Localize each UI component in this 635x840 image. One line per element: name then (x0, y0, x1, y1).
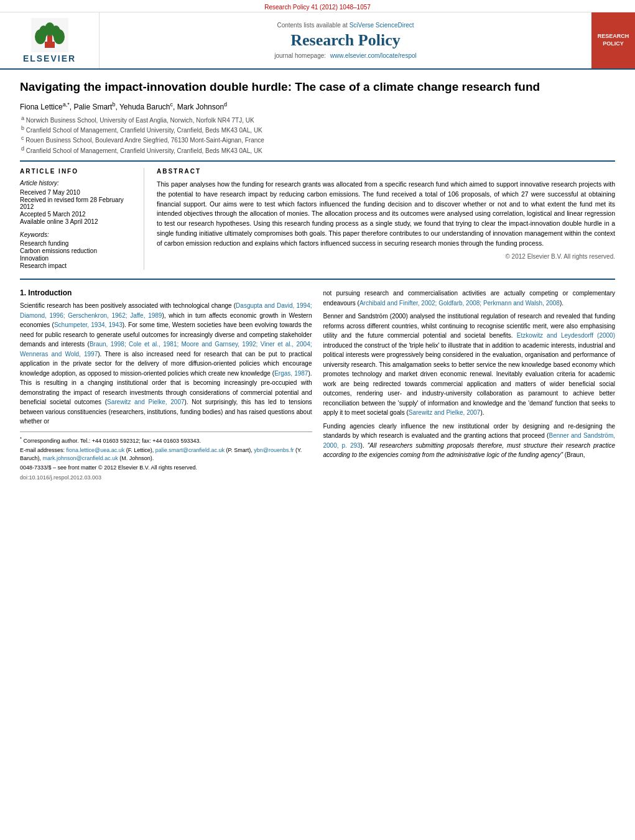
journal-citation: Research Policy 41 (2012) 1048–1057 (264, 4, 371, 11)
footnote-2: E-mail addresses: fiona.lettice@uea.ac.u… (20, 446, 312, 462)
keyword-3: Innovation (20, 255, 135, 262)
ref-sarewitz2[interactable]: Sarewitz and Pielke, 2007 (409, 409, 481, 416)
intro-right-para-3: Funding agencies clearly influence the n… (323, 422, 616, 460)
article-info-header: ARTICLE INFO (20, 168, 135, 175)
email-baruch[interactable]: ybn@rouenbs.fr (254, 447, 294, 453)
svg-point-7 (45, 22, 55, 36)
author-2: Palie Smartb (73, 103, 115, 111)
section-title: Introduction (28, 288, 72, 297)
email-johnson[interactable]: mark.johnson@cranfield.ac.uk (43, 455, 118, 461)
ref-braun[interactable]: Braun, 1998; Cole et al., 1981; Moore an… (20, 341, 312, 358)
introduction-section: 1. Introduction Scientific research has … (20, 288, 615, 481)
keyword-4: Research impact (20, 262, 135, 269)
rp-logo-box: RESEARCHPOLICY (591, 12, 635, 68)
rp-logo-text: RESEARCHPOLICY (595, 30, 632, 50)
article-info-col: ARTICLE INFO Article history: Received 7… (20, 168, 144, 270)
ref-schumpeter[interactable]: Schumpeter, 1934, 1943 (54, 321, 123, 328)
introduction-left-col: 1. Introduction Scientific research has … (20, 288, 312, 481)
copyright-line: © 2012 Elsevier B.V. All rights reserved… (157, 253, 615, 260)
author-1: Fiona Letticea,* (20, 103, 70, 111)
history-item-4: Available online 3 April 2012 (20, 218, 135, 225)
ref-etzkowitz[interactable]: Etzkowitz and Leydesdorff (2000) (517, 332, 615, 339)
section-number: 1. (20, 288, 28, 297)
email-lettice[interactable]: fiona.lettice@uea.ac.uk (67, 447, 125, 453)
contents-text: Contents lists available at (277, 22, 347, 29)
history-item-1: Received 7 May 2010 (20, 189, 135, 196)
article-history-label: Article history: (20, 180, 135, 187)
journal-header: ELSEVIER Contents lists available at Sci… (0, 12, 635, 70)
intro-left-para-1: Scientific research has been positively … (20, 301, 312, 427)
affiliation-c: c Rouen Business School, Boulevard Andre… (20, 135, 615, 144)
abstract-col: ABSTRACT This paper analyses how the fun… (157, 168, 615, 270)
journal-homepage-line: journal homepage: www.elsevier.com/locat… (274, 52, 417, 59)
authors-line: Fiona Letticea,*, Palie Smartb, Yehuda B… (20, 101, 615, 111)
author-3: Yehuda Baruchc (119, 103, 173, 111)
ref-ergas[interactable]: Ergas, 1987 (274, 370, 308, 377)
elsevier-logo: ELSEVIER (23, 18, 76, 63)
intro-right-para-1: not pursuing research and commercialisat… (323, 288, 616, 308)
info-abstract-container: ARTICLE INFO Article history: Received 7… (20, 168, 615, 270)
sciverse-link[interactable]: SciVerse ScienceDirect (350, 22, 414, 29)
keywords-label: Keywords: (20, 231, 135, 238)
introduction-heading: 1. Introduction (20, 288, 312, 297)
elsevier-logo-section: ELSEVIER (0, 12, 100, 68)
affiliation-b: b Cranfield School of Management, Cranfi… (20, 125, 615, 134)
author-4: Mark Johnsond (177, 103, 227, 111)
footnote-3: 0048-7333/$ – see front matter © 2012 El… (20, 464, 312, 472)
footnotes-area: * Corresponding author. Tel.: +44 01603 … (20, 432, 312, 481)
ref-dasgupta[interactable]: Dasgupta and David, 1994; Diamond, 1996;… (20, 302, 312, 319)
keyword-2: Carbon emissions reduction (20, 247, 135, 254)
affiliation-d: d Cranfield School of Management, Cranfi… (20, 145, 615, 154)
article-title: Navigating the impact-innovation double … (20, 80, 615, 95)
sciverse-line: Contents lists available at SciVerse Sci… (277, 22, 414, 29)
article-content: Navigating the impact-innovation double … (0, 70, 635, 491)
elsevier-wordmark: ELSEVIER (23, 53, 76, 63)
ref-archibald[interactable]: Archibald and Finifter, 2002; Goldfarb, … (359, 300, 560, 307)
abstract-header: ABSTRACT (157, 168, 615, 175)
affiliations: a Norwich Business School, University of… (20, 115, 615, 154)
intro-right-para-2: Benner and Sandström (2000) analysed the… (323, 312, 616, 418)
history-item-3: Accepted 5 March 2012 (20, 211, 135, 218)
history-item-2: Received in revised form 28 February 201… (20, 196, 135, 210)
doi-line: doi:10.1016/j.respol.2012.03.003 (20, 474, 312, 481)
introduction-right-col: not pursuing research and commercialisat… (323, 288, 616, 481)
abstract-text: This paper analyses how the funding for … (157, 180, 615, 248)
affiliation-a: a Norwich Business School, University of… (20, 115, 615, 124)
footnote-1: * Corresponding author. Tel.: +44 01603 … (20, 436, 312, 445)
top-banner: Research Policy 41 (2012) 1048–1057 (0, 0, 635, 12)
keyword-1: Research funding (20, 240, 135, 247)
homepage-text: journal homepage: (274, 52, 326, 59)
svg-rect-2 (47, 35, 52, 43)
ref-sarewitz1[interactable]: Sarewitz and Pielke, 2007 (107, 399, 184, 405)
journal-title: Research Policy (290, 31, 400, 50)
email-smart[interactable]: palie.smart@cranfield.ac.uk (155, 447, 225, 453)
homepage-link[interactable]: www.elsevier.com/locate/respol (330, 52, 417, 59)
elsevier-tree-icon (31, 18, 68, 52)
journal-title-section: Contents lists available at SciVerse Sci… (100, 12, 591, 68)
